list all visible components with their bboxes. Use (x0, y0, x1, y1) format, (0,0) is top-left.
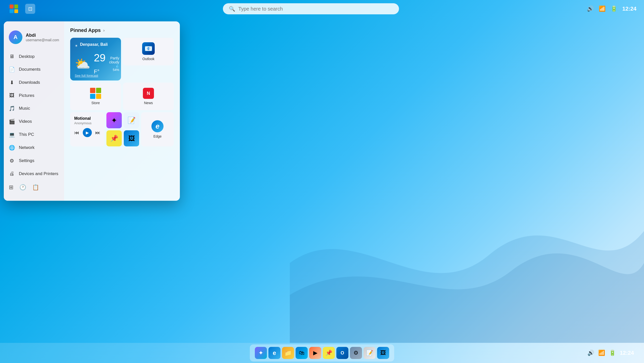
sidebar-item-documents[interactable]: 📄 Documents (4, 63, 64, 76)
taskbar-icon-photos[interactable]: 🖼 (377, 347, 389, 359)
news-icon: N (143, 88, 154, 99)
weather-icon: ⛅ (75, 57, 90, 71)
small-tile-photos[interactable]: 🖼 (124, 130, 139, 146)
taskbar-icon-play[interactable]: ▶ (309, 347, 321, 359)
small-tile-app1[interactable]: ✦ (106, 112, 122, 128)
play-button[interactable]: ▶ (83, 128, 92, 137)
taskbar-center: ✦ e 📁 🛍 ▶ 📌 O ⚙ 📝 (250, 344, 394, 361)
app-tile-label-news: News (144, 101, 153, 105)
taskbar-icon-edge[interactable]: e (268, 347, 280, 359)
taskbar-wifi-icon[interactable]: 📶 (598, 350, 605, 356)
app-tile-store[interactable]: Store (70, 83, 121, 110)
app-tile-motional[interactable]: Motional Anonymous ⏮ ▶ ⏭ (70, 112, 104, 146)
main-content: Pinned Apps › ☀ Denpasar, Bali ⛅ 29 F° (64, 21, 180, 201)
search-input[interactable] (238, 6, 393, 12)
pinned-footer-icon[interactable]: 📋 (32, 184, 39, 191)
pinned-header-chevron[interactable]: › (103, 28, 104, 33)
user-info: Abdi username@mail.com (26, 33, 59, 42)
videos-icon: 🎬 (9, 118, 15, 125)
app-tile-label-outlook: Outlook (142, 57, 154, 61)
windows-logo-button[interactable] (8, 3, 20, 15)
taskbar-icon-motional[interactable]: ✦ (255, 347, 267, 359)
sidebar-item-downloads[interactable]: ⬇ Downloads (4, 76, 64, 89)
sidebar-item-pictures[interactable]: 🖼 Pictures (4, 89, 64, 102)
sidebar: A Abdi username@mail.com 🖥 Desktop 📄 Doc… (4, 21, 64, 201)
taskbar-icon-outlook[interactable]: O (336, 347, 348, 359)
app-tile-label-edge: Edge (153, 134, 162, 138)
taskbar-icon-files[interactable]: 📁 (282, 347, 294, 359)
pinned-header: Pinned Apps › (70, 27, 174, 33)
sidebar-item-devices[interactable]: 🖨 Devices and Printers (4, 167, 64, 180)
taskbar: ✦ e 📁 🛍 ▶ 📌 O ⚙ 📝 (0, 343, 644, 363)
sidebar-item-label-downloads: Downloads (19, 80, 40, 85)
store-icon (90, 88, 101, 99)
prev-button[interactable]: ⏮ (74, 130, 79, 136)
weather-forecast-link[interactable]: See full forecast (75, 74, 98, 77)
topbar-left: ⊡ (8, 3, 35, 15)
weather-condition: Partly cloudy (109, 56, 119, 64)
taskbar-time: 12:24 (620, 350, 634, 356)
network-icon: 🌐 (9, 145, 15, 151)
documents-icon: 📄 (9, 66, 15, 72)
pinned-header-title: Pinned Apps (70, 27, 101, 33)
music-icon: 🎵 (9, 105, 15, 111)
search-bar[interactable]: 🔍 (223, 3, 399, 14)
taskbar-icon-settings2[interactable]: ⚙ (350, 347, 362, 359)
sidebar-item-music[interactable]: 🎵 Music (4, 102, 64, 115)
weather-temp: 29 F° (94, 52, 106, 76)
sidebar-item-label-devices: Devices and Printers (19, 171, 58, 176)
sidebar-item-videos[interactable]: 🎬 Videos (4, 115, 64, 128)
thispc-icon: 💻 (9, 132, 15, 138)
taskview-button[interactable]: ⊡ (25, 4, 35, 14)
apps-grid-icon[interactable]: ⊞ (9, 184, 13, 191)
search-icon: 🔍 (229, 6, 235, 12)
settings-icon: ⚙ (9, 158, 15, 164)
user-profile[interactable]: A Abdi username@mail.com (4, 27, 64, 50)
small-tile-notepad[interactable]: 📝 (124, 112, 139, 128)
top-row: ☀ Denpasar, Bali ⛅ 29 F° Partly cloudy (70, 38, 174, 80)
middle-row: Store N News (70, 83, 174, 110)
bottom-row: Motional Anonymous ⏮ ▶ ⏭ ✦ 📝 📌 (70, 112, 174, 146)
sidebar-item-label-pictures: Pictures (19, 93, 34, 98)
recent-icon[interactable]: 🕐 (19, 184, 26, 191)
app-tile-outlook[interactable]: 📧 Outlook (123, 38, 174, 65)
app-tile-label-store: Store (91, 101, 100, 105)
app-tile-edge[interactable]: e Edge (141, 112, 174, 146)
app-tile-news[interactable]: N News (123, 83, 174, 110)
weather-widget[interactable]: ☀ Denpasar, Bali ⛅ 29 F° Partly cloudy (70, 38, 121, 80)
next-button[interactable]: ⏭ (95, 130, 100, 136)
sidebar-item-label-desktop: Desktop (19, 54, 34, 59)
desktop-icon: 🖥 (9, 54, 15, 59)
taskbar-icon-store[interactable]: 🛍 (296, 347, 308, 359)
topbar-time: 12:24 (622, 6, 636, 12)
outlook-icon: 📧 (142, 42, 155, 55)
topbar-wifi-icon[interactable]: 📶 (599, 6, 606, 12)
topbar-sound-icon[interactable]: 🔊 (587, 6, 594, 12)
sidebar-item-desktop[interactable]: 🖥 Desktop (4, 50, 64, 63)
sidebar-item-label-videos: Videos (19, 119, 32, 124)
edge-icon: e (151, 120, 164, 132)
sidebar-item-network[interactable]: 🌐 Network (4, 141, 64, 154)
taskbar-icon-sticky[interactable]: 📌 (323, 347, 335, 359)
topbar-right: 🔊 📶 🔋 12:24 (587, 6, 636, 12)
topbar: ⊡ 🔍 🔊 📶 🔋 12:24 (0, 0, 644, 18)
sidebar-item-label-network: Network (19, 145, 34, 150)
user-name: Abdi (26, 33, 59, 38)
topbar-battery-icon[interactable]: 🔋 (611, 6, 617, 12)
small-tile-sticky[interactable]: 📌 (106, 130, 122, 146)
taskbar-battery-icon[interactable]: 🔋 (609, 350, 616, 356)
sidebar-footer: ⊞ 🕐 📋 (4, 180, 64, 195)
user-email: username@mail.com (26, 38, 59, 42)
sidebar-item-settings[interactable]: ⚙ Settings (4, 154, 64, 167)
weather-main: ⛅ 29 F° Partly cloudy 💧54% (75, 52, 116, 76)
sidebar-item-label-thispc: This PC (19, 132, 34, 137)
small-tile-group: ✦ 📝 📌 🖼 (106, 112, 139, 146)
sidebar-item-label-documents: Documents (19, 67, 41, 72)
taskbar-icon-notepad[interactable]: 📝 (364, 347, 376, 359)
avatar: A (9, 30, 22, 44)
motional-title: Motional (74, 116, 100, 121)
weather-location: Denpasar, Bali (80, 42, 108, 47)
pictures-icon: 🖼 (9, 93, 15, 98)
sidebar-item-thispc[interactable]: 💻 This PC (4, 128, 64, 141)
taskbar-sound-icon[interactable]: 🔊 (587, 350, 594, 356)
